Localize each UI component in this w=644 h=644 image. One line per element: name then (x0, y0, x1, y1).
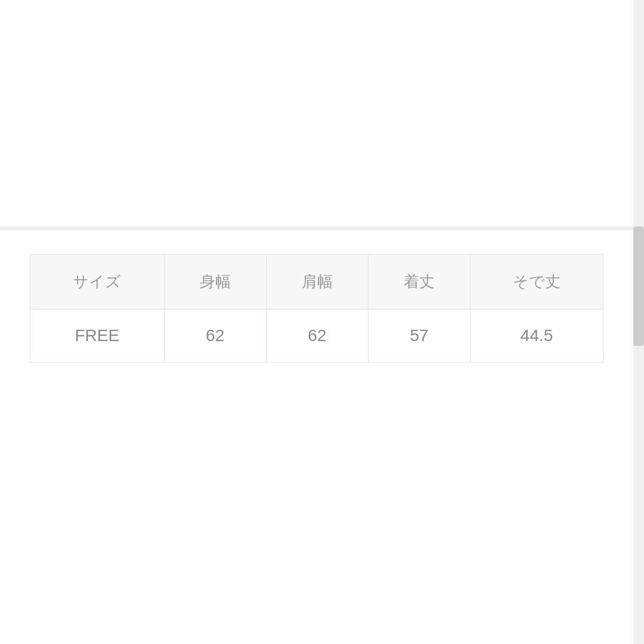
bottom-white-area (0, 386, 644, 644)
header-sleeve-length: そで丈 (470, 255, 603, 309)
cell-shoulder-width: 62 (266, 309, 368, 363)
header-length: 着丈 (369, 255, 470, 309)
header-size: サイズ (30, 255, 165, 309)
cell-length: 57 (369, 309, 470, 363)
cell-body-width: 62 (164, 309, 266, 363)
page-container: サイズ 身幅 肩幅 着丈 そで丈 FREE 62 62 57 44.5 (0, 0, 644, 644)
size-table-section: サイズ 身幅 肩幅 着丈 そで丈 FREE 62 62 57 44.5 (0, 230, 633, 386)
size-table: サイズ 身幅 肩幅 着丈 そで丈 FREE 62 62 57 44.5 (30, 254, 603, 363)
header-body-width: 身幅 (164, 255, 266, 309)
cell-sleeve-length: 44.5 (470, 309, 603, 363)
scrollbar[interactable] (633, 0, 644, 644)
scrollbar-thumb[interactable] (633, 227, 644, 346)
header-shoulder-width: 肩幅 (266, 255, 368, 309)
cell-size: FREE (30, 309, 165, 363)
table-row: FREE 62 62 57 44.5 (30, 309, 603, 363)
top-white-area (0, 0, 644, 227)
table-header-row: サイズ 身幅 肩幅 着丈 そで丈 (30, 255, 603, 309)
